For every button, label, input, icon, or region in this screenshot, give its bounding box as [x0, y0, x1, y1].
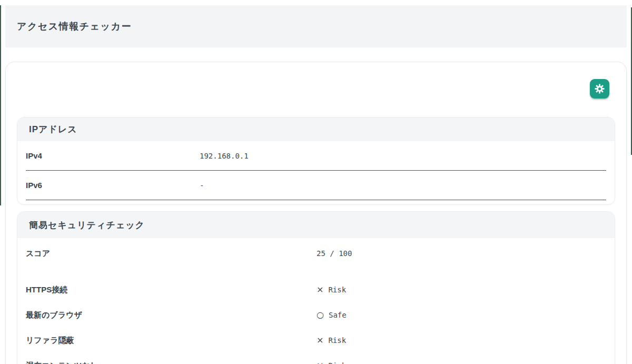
status-value: ○ Safe [317, 311, 347, 319]
security-check-card: 簡易セキュリティチェック スコア 25 / 100 HTTPS接続 × Risk… [17, 211, 615, 364]
page-title: アクセス情報チェッカー [17, 20, 132, 33]
ipv4-label: IPv4 [26, 151, 200, 160]
check-row-mixed-content: 混在コンテンツなし × Risk [26, 353, 606, 364]
status-text: Safe [329, 311, 347, 319]
table-row-ipv4: IPv4 192.168.0.1 [26, 141, 606, 171]
risk-icon: × [317, 361, 323, 364]
status-value: × Risk [317, 336, 346, 345]
security-card-title: 簡易セキュリティチェック [29, 219, 145, 231]
security-card-header: 簡易セキュリティチェック [17, 212, 615, 238]
check-rows: HTTPS接続 × Risk 最新のブラウザ ○ Safe リファラ隠蔽 × R… [26, 277, 606, 364]
check-row-https: HTTPS接続 × Risk [26, 277, 606, 302]
gear-icon [594, 83, 605, 94]
risk-icon: × [317, 336, 323, 345]
score-row: スコア 25 / 100 [26, 243, 606, 263]
ip-card-header: IPアドレス [17, 117, 615, 141]
status-text: Risk [328, 286, 346, 294]
ipv6-value: - [200, 181, 204, 190]
ip-address-card: IPアドレス IPv4 192.168.0.1 IPv6 - [17, 117, 615, 205]
status-value: × Risk [317, 286, 346, 294]
status-text: Risk [328, 361, 346, 364]
viewport-edge-line-left [0, 5, 1, 205]
app-titlebar: アクセス情報チェッカー [5, 5, 627, 47]
check-label: 最新のブラウザ [26, 310, 317, 320]
check-row-referrer: リファラ隠蔽 × Risk [26, 328, 606, 353]
risk-icon: × [317, 286, 323, 294]
check-label: 混在コンテンツなし [26, 361, 317, 364]
check-row-browser: 最新のブラウザ ○ Safe [26, 302, 606, 328]
score-value: 25 / 100 [317, 249, 352, 258]
check-label: HTTPS接続 [26, 285, 317, 295]
table-row-ipv6: IPv6 - [26, 171, 606, 200]
check-label: リファラ隠蔽 [26, 336, 317, 346]
ipv6-label: IPv6 [26, 181, 200, 190]
score-label: スコア [26, 249, 317, 259]
status-text: Risk [328, 336, 346, 345]
ipv4-value: 192.168.0.1 [200, 152, 249, 160]
settings-button[interactable] [590, 79, 609, 99]
ip-card-title: IPアドレス [29, 123, 77, 135]
status-value: × Risk [317, 361, 346, 364]
safe-icon: ○ [317, 311, 324, 319]
